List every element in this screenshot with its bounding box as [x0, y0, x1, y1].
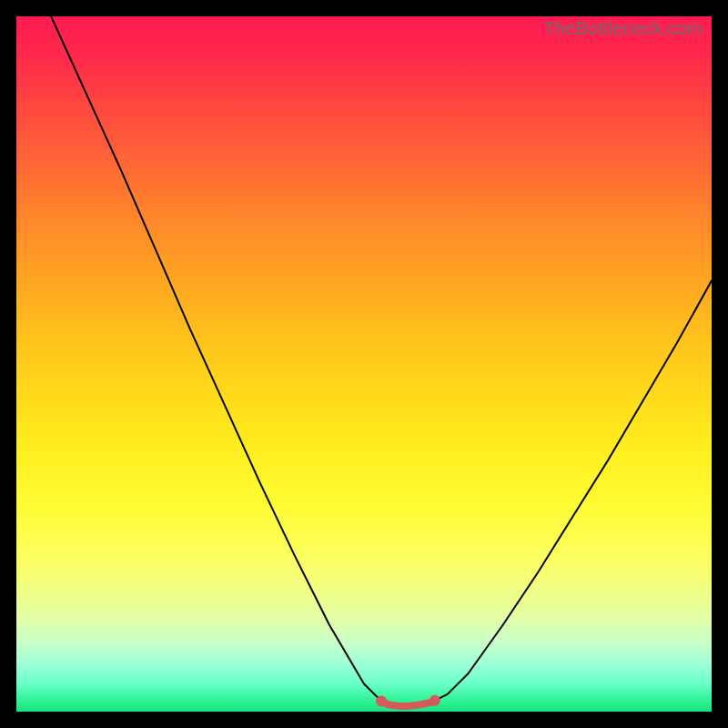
chart-plot-area: TheBottleneck.com: [16, 16, 712, 712]
watermark-text: TheBottleneck.com: [543, 18, 703, 39]
series-container: [51, 16, 712, 707]
chart-frame: TheBottleneck.com: [0, 0, 728, 728]
series-minimum-marker: [381, 701, 435, 706]
series-minimum-marker-endpoint: [376, 696, 387, 707]
series-curve-right: [433, 280, 712, 701]
series-curve-left: [51, 16, 381, 702]
chart-curve-svg: [16, 16, 712, 712]
series-minimum-marker-endpoint: [430, 695, 440, 706]
